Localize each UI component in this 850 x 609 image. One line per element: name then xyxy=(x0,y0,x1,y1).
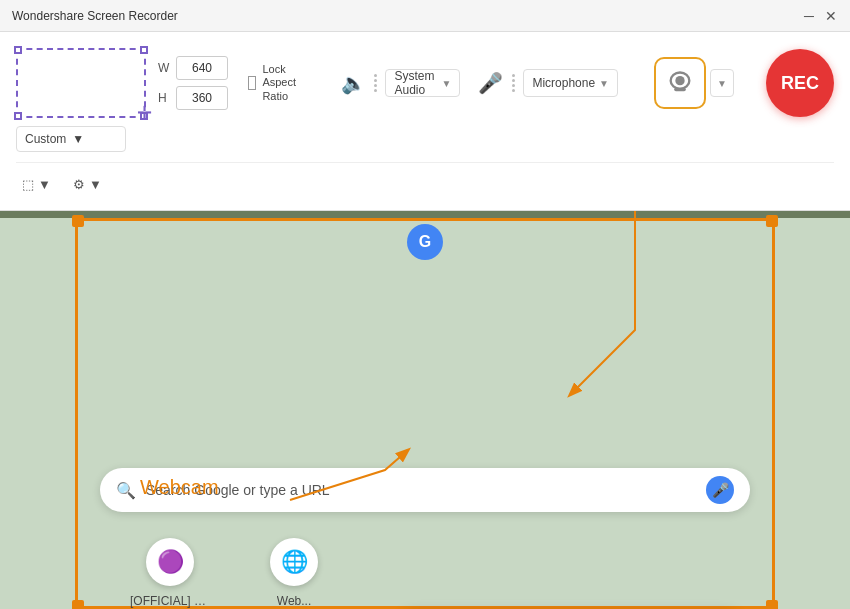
speaker-icon: 🔈 xyxy=(341,71,366,95)
background-content: G 🔍 Search Google or type a URL 🎤 🟣 [OFF… xyxy=(0,218,850,609)
microphone-block: 🎤 Microphone ▼ xyxy=(476,69,618,97)
width-row: W xyxy=(158,56,228,80)
svg-point-0 xyxy=(675,76,684,85)
lock-aspect-checkbox[interactable] xyxy=(248,76,256,90)
shortcut-icon-glyph-2: 🌐 xyxy=(281,549,308,575)
shortcuts-row: 🟣 [OFFICIAL] W... 🌐 Web... xyxy=(130,538,318,608)
close-button[interactable]: ✕ xyxy=(824,9,838,23)
webcam-dropdown-icon: ▼ xyxy=(717,78,727,89)
recorder-row-main: ✛ W H Lock Aspect Ratio 🔈 xyxy=(16,48,834,118)
lock-aspect-label: Lock Aspect Ratio xyxy=(262,63,309,103)
width-label: W xyxy=(158,61,172,75)
screenshot-chevron: ▼ xyxy=(38,177,51,192)
shortcut-item-1[interactable]: 🟣 [OFFICIAL] W... xyxy=(130,538,210,608)
preset-chevron: ▼ xyxy=(72,132,84,146)
screenshot-tool-button[interactable]: ⬚ ▼ xyxy=(16,173,57,196)
height-label: H xyxy=(158,91,172,105)
settings-chevron: ▼ xyxy=(89,177,102,192)
title-bar: Wondershare Screen Recorder ─ ✕ xyxy=(0,0,850,32)
corner-tl xyxy=(14,46,22,54)
browser-top-strip: G xyxy=(0,218,850,258)
rec-button[interactable]: REC xyxy=(766,49,834,117)
shortcut-icon-1: 🟣 xyxy=(146,538,194,586)
google-logo-placeholder: G xyxy=(407,224,443,260)
system-audio-dropdown[interactable]: System Audio ▼ xyxy=(385,69,460,97)
recorder-toolbar: ⬚ ▼ ⚙ ▼ xyxy=(16,162,834,196)
dimensions-section: W H xyxy=(158,56,228,110)
height-row: H xyxy=(158,86,228,110)
voice-search-button[interactable]: 🎤 xyxy=(706,476,734,504)
webcam-dropdown[interactable]: ▼ xyxy=(710,69,734,97)
search-icon: 🔍 xyxy=(116,481,136,500)
corner-tr xyxy=(140,46,148,54)
system-audio-label: System Audio xyxy=(394,69,437,97)
shortcut-icon-glyph-1: 🟣 xyxy=(157,549,184,575)
recorder-row-preset: Custom ▼ xyxy=(16,126,834,152)
app-title: Wondershare Screen Recorder xyxy=(12,9,802,23)
preset-dropdown[interactable]: Custom ▼ xyxy=(16,126,126,152)
selection-preview[interactable]: ✛ xyxy=(16,48,146,118)
system-audio-drag[interactable] xyxy=(370,74,381,92)
lock-aspect-section: Lock Aspect Ratio xyxy=(248,63,309,103)
microphone-drag[interactable] xyxy=(508,74,519,92)
height-input[interactable] xyxy=(176,86,228,110)
recorder-panel: ✛ W H Lock Aspect Ratio 🔈 xyxy=(0,32,850,211)
webcam-icon xyxy=(666,69,694,97)
shortcut-item-2[interactable]: 🌐 Web... xyxy=(270,538,318,608)
microphone-chevron: ▼ xyxy=(599,78,609,89)
width-input[interactable] xyxy=(176,56,228,80)
window-controls: ─ ✕ xyxy=(802,9,838,23)
microphone-dropdown[interactable]: Microphone ▼ xyxy=(523,69,618,97)
mic-icon: 🎤 xyxy=(712,482,729,498)
shortcut-icon-2: 🌐 xyxy=(270,538,318,586)
webcam-button[interactable] xyxy=(654,57,706,109)
webcam-annotation-area: Webcam xyxy=(140,476,219,499)
webcam-section: ▼ xyxy=(634,57,734,109)
webcam-annotation-label: Webcam xyxy=(140,476,219,498)
shortcut-label-1: [OFFICIAL] W... xyxy=(130,594,210,608)
minimize-button[interactable]: ─ xyxy=(802,9,816,23)
crosshair-icon: ✛ xyxy=(137,102,152,124)
shortcut-label-2: Web... xyxy=(277,594,311,608)
system-audio-chevron: ▼ xyxy=(441,78,451,89)
preset-label: Custom xyxy=(25,132,66,146)
microphone-icon: 🎤 xyxy=(476,71,504,95)
microphone-label: Microphone xyxy=(532,76,595,90)
search-input[interactable]: Search Google or type a URL xyxy=(146,482,696,498)
screenshot-icon: ⬚ xyxy=(22,177,34,192)
settings-icon: ⚙ xyxy=(73,177,85,192)
google-logo-text: G xyxy=(419,233,431,251)
settings-tool-button[interactable]: ⚙ ▼ xyxy=(67,173,108,196)
audio-section: 🔈 System Audio ▼ 🎤 Microphone ▼ xyxy=(341,57,734,109)
corner-bl xyxy=(14,112,22,120)
system-audio-block: 🔈 System Audio ▼ xyxy=(341,69,460,97)
